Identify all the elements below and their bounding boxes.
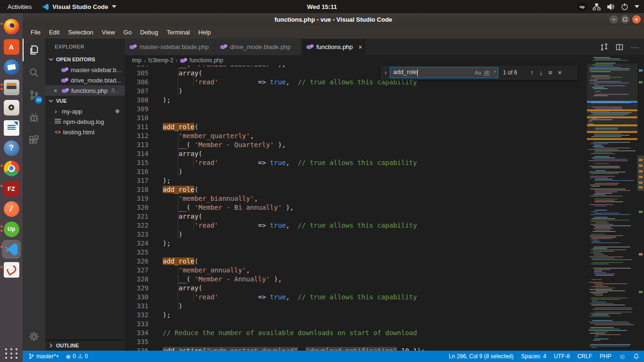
menu-terminal[interactable]: Terminal [162,26,194,39]
code-line[interactable]: 332); [125,311,587,320]
activity-search[interactable] [23,61,45,84]
code-line[interactable]: 314 array( [125,149,587,158]
minimap[interactable] [587,55,637,351]
open-editors-header[interactable]: OPEN EDITORS [45,54,125,65]
activity-debug[interactable] [23,107,45,129]
dock-vscode[interactable] [2,240,21,259]
app-menu[interactable]: Visual Studio Code [42,3,116,10]
menu-selection[interactable]: Selection [64,26,97,39]
next-match-icon[interactable]: ↓ [539,69,543,76]
tab-master-sidebar-blade-php[interactable]: master-sidebar.blade.php [125,39,215,55]
find-in-selection-icon[interactable]: ≡ [548,69,552,76]
feedback-smiley-icon[interactable]: ☺ [619,353,626,360]
code-line[interactable]: 327 'member_annually', [125,266,587,275]
code-line[interactable]: 325 [125,248,587,257]
encoding[interactable]: UTF-8 [554,353,570,360]
outline-section-header[interactable]: OUTLINE [45,340,125,351]
code-line[interactable]: 318add_role( [125,185,587,194]
code-line[interactable]: 334// Reduce the number of available dow… [125,329,587,337]
menu-help[interactable]: Help [194,26,215,39]
close-editor-icon[interactable]: × [54,87,59,94]
file-item-npm-debug-log[interactable]: npm-debug.log [45,116,125,127]
code-line[interactable]: 324); [125,239,587,248]
volume-icon[interactable] [607,3,615,10]
file-item-my-app[interactable]: ›my-app [45,106,125,116]
breadcrumb-item[interactable]: tmp [132,57,141,64]
open-editor-item[interactable]: ×functions.php/t... [45,85,125,96]
activities-button[interactable]: Activities [8,3,32,10]
network-icon[interactable] [593,3,601,10]
code-line[interactable]: 311add_role( [125,123,587,132]
minimap-slider[interactable] [587,64,637,133]
previous-match-icon[interactable]: ↑ [530,69,534,76]
show-applications-button[interactable] [4,348,18,359]
breadcrumb-item[interactable]: fz3temp-2 [148,57,173,64]
more-actions-icon[interactable]: ··· [631,43,639,51]
file-item-testing-html[interactable]: <>testing.html [45,127,125,137]
split-editor-icon[interactable] [616,43,623,51]
tab-drive-mode-blade-php[interactable]: drive_mode.blade.php [215,39,302,55]
code-line[interactable]: 328 __( 'Member - Annually' ), [125,275,587,284]
problems-item[interactable]: ⊗ 0 ⚠ 0 [66,353,88,360]
system-menu-caret-icon[interactable] [635,5,639,8]
dock-help[interactable] [2,139,21,157]
toggle-replace-icon[interactable]: › [381,69,390,76]
upwork-tray-icon[interactable]: Up [578,2,586,11]
menu-edit[interactable]: Edit [45,26,64,39]
code-line[interactable]: 335 [125,337,587,346]
code-line[interactable]: 336add_action("wpdm_onstart_download", "… [125,346,587,351]
close-tab-icon[interactable]: × [358,43,362,51]
code-line[interactable]: 323 ) [125,230,587,239]
git-branch-item[interactable]: master*+ [28,353,59,360]
language-mode[interactable]: PHP [600,353,611,360]
window-title-bar[interactable]: functions.php - vue - Visual Studio Code… [23,13,644,26]
folder-section-header[interactable]: VUE [45,96,125,106]
dock-postman[interactable] [2,199,21,218]
activity-explorer[interactable] [23,39,45,61]
activity-extensions[interactable] [23,129,45,152]
match-case-icon[interactable]: Aa [475,70,481,75]
code-line[interactable]: 331 ) [125,302,587,311]
code-line[interactable]: 316 ) [125,167,587,176]
code-line[interactable]: 329 array( [125,284,587,293]
dock-chrome[interactable] [2,159,21,178]
code-line[interactable]: 319 'member_biannually', [125,194,587,203]
activity-source-control[interactable]: 20 [23,84,45,107]
menu-debug[interactable]: Debug [136,26,162,39]
close-find-icon[interactable]: × [558,69,561,76]
cursor-position[interactable]: Ln 286, Col 9 (8 selected) [449,353,513,360]
dock-firefox[interactable] [2,17,21,36]
dock-rhythmbox[interactable] [2,98,21,117]
code-line[interactable]: 310 [125,114,587,123]
dock-filezilla[interactable] [2,179,21,198]
code-line[interactable]: 330 'read' => true, // true allows this … [125,293,587,302]
dock-document-viewer[interactable] [2,260,21,279]
dock-libreoffice-writer[interactable] [2,118,21,137]
code-line[interactable]: 320 __( 'Member - Bi annually' ), [125,203,587,212]
open-editor-item[interactable]: drive_mode.blad... [45,75,125,85]
notifications-bell-icon[interactable] [633,353,639,360]
eol-sequence[interactable]: CRLF [578,353,592,360]
maximize-button[interactable] [621,15,629,24]
code-line[interactable]: 317); [125,176,587,185]
code-line[interactable]: 333 [125,320,587,329]
minimize-button[interactable]: − [610,15,618,24]
menu-view[interactable]: View [98,26,119,39]
dock-upwork[interactable] [2,220,21,239]
code-line[interactable]: 315 'read' => true, // true allows this … [125,158,587,167]
code-line[interactable]: 312 'member_quarterly', [125,132,587,140]
whole-word-icon[interactable]: ab [484,69,489,75]
open-editor-item[interactable]: master-sidebar.b... [45,65,125,75]
manage-gear-icon[interactable] [23,325,45,348]
scrollbar[interactable] [637,55,644,351]
code-line[interactable]: 322 'read' => true, // true allows this … [125,221,587,230]
code-line[interactable]: 307 ) [125,87,587,96]
close-button[interactable]: × [632,15,641,24]
find-input[interactable]: add_role Aa ab .* [390,67,498,78]
code-editor[interactable]: 304 __( 'Premium Subscriber' ),305 array… [125,60,587,351]
menu-go[interactable]: Go [119,26,136,39]
dock-ubuntu-software[interactable] [2,37,21,56]
code-line[interactable]: 308); [125,96,587,105]
menu-file[interactable]: File [26,26,45,39]
breadcrumb-item[interactable]: functions.php [190,57,223,64]
